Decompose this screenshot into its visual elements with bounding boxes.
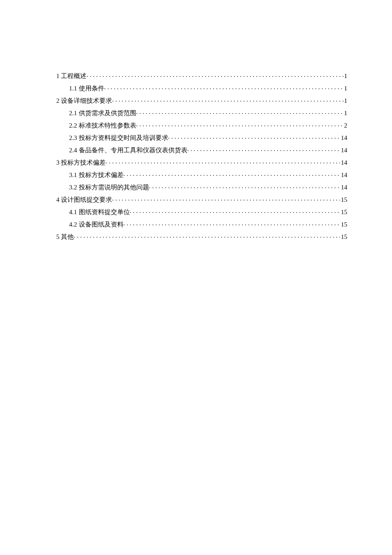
toc-entry: 4 设计图纸提交要求15 bbox=[56, 195, 347, 203]
toc-entry: 5 其他15 bbox=[56, 232, 347, 240]
toc-page-number: 1 bbox=[343, 85, 348, 92]
toc-label: 4.2 设备图纸及资料 bbox=[69, 221, 124, 228]
toc-entry: 2 设备详细技术要求1 bbox=[56, 96, 347, 104]
toc-leader-dots bbox=[112, 195, 340, 202]
toc-leader-dots bbox=[74, 232, 340, 239]
toc-entry: 4.2 设备图纸及资料15 bbox=[56, 220, 347, 228]
toc-label: 2.4 备品备件、专用工具和仪器仪表供货表 bbox=[69, 147, 187, 154]
toc-page-number: 15 bbox=[340, 197, 347, 203]
toc-label: 3.1 投标方技术偏差 bbox=[69, 172, 124, 178]
toc-entry: 4.1 图纸资料提交单位15 bbox=[56, 208, 347, 215]
toc-leader-dots bbox=[124, 171, 340, 177]
toc-page-number: 15 bbox=[340, 221, 347, 228]
toc-leader-dots bbox=[187, 146, 340, 152]
toc-label: 3 投标方技术偏差 bbox=[56, 160, 106, 166]
toc-page-number: 14 bbox=[340, 135, 347, 141]
toc-leader-dots bbox=[106, 158, 340, 165]
toc-entry: 1 工程概述1 bbox=[56, 72, 347, 79]
toc-page-number: 14 bbox=[340, 184, 347, 191]
toc-page-number: 1 bbox=[343, 110, 348, 116]
toc-leader-dots bbox=[168, 134, 340, 140]
toc-page-number: 14 bbox=[340, 147, 347, 154]
toc-entry: 3.1 投标方技术偏差14 bbox=[56, 171, 347, 178]
toc-leader-dots bbox=[112, 96, 343, 103]
toc-entry: 1.1 使用条件1 bbox=[56, 84, 347, 92]
toc-page-number: 15 bbox=[340, 234, 347, 240]
toc-entry: 2.4 备品备件、专用工具和仪器仪表供货表14 bbox=[56, 146, 347, 154]
toc-label: 2.1 供货需求及供货范围 bbox=[69, 110, 136, 116]
toc-leader-dots bbox=[149, 183, 340, 189]
toc-label: 2.2 标准技术特性参数表 bbox=[69, 122, 136, 129]
table-of-contents: 1 工程概述11.1 使用条件12 设备详细技术要求12.1 供货需求及供货范围… bbox=[56, 72, 347, 240]
toc-page-number: 14 bbox=[340, 160, 347, 166]
toc-page-number: 15 bbox=[340, 209, 347, 215]
toc-page-number: 2 bbox=[343, 122, 348, 129]
toc-label: 1 工程概述 bbox=[56, 73, 86, 79]
toc-page-number: 1 bbox=[343, 73, 348, 79]
toc-page-number: 1 bbox=[343, 98, 348, 104]
toc-entry: 2.3 投标方资料提交时间及培训要求14 bbox=[56, 134, 347, 141]
toc-entry: 2.1 供货需求及供货范围1 bbox=[56, 109, 347, 116]
toc-leader-dots bbox=[86, 72, 343, 78]
toc-leader-dots bbox=[136, 121, 343, 128]
toc-page-number: 14 bbox=[340, 172, 347, 178]
toc-leader-dots bbox=[136, 109, 343, 115]
toc-leader-dots bbox=[130, 208, 340, 214]
toc-entry: 2.2 标准技术特性参数表2 bbox=[56, 121, 347, 129]
toc-label: 4 设计图纸提交要求 bbox=[56, 197, 112, 203]
toc-entry: 3.2 投标方需说明的其他问题14 bbox=[56, 183, 347, 191]
toc-entry: 3 投标方技术偏差14 bbox=[56, 158, 347, 166]
toc-label: 2.3 投标方资料提交时间及培训要求 bbox=[69, 135, 168, 141]
toc-label: 2 设备详细技术要求 bbox=[56, 98, 112, 104]
toc-label: 5 其他 bbox=[56, 234, 74, 240]
toc-label: 4.1 图纸资料提交单位 bbox=[69, 209, 130, 215]
toc-label: 3.2 投标方需说明的其他问题 bbox=[69, 184, 149, 191]
toc-leader-dots bbox=[124, 220, 340, 227]
toc-label: 1.1 使用条件 bbox=[69, 85, 104, 92]
toc-leader-dots bbox=[104, 84, 343, 90]
